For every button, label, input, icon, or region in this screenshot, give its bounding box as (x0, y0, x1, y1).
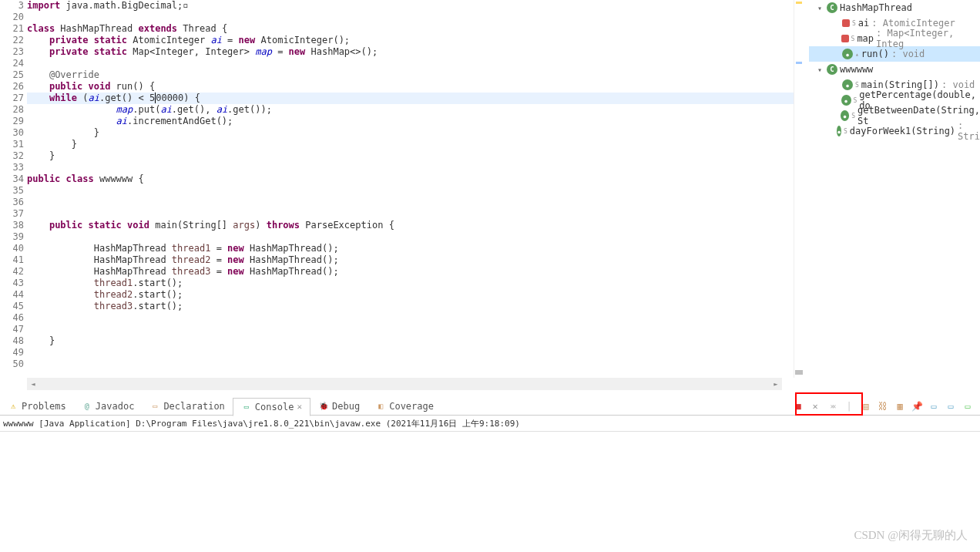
line-number: 40 (0, 243, 24, 254)
code-line[interactable] (27, 162, 794, 173)
new-button[interactable]: ▭ (962, 400, 974, 412)
pin-button[interactable]: 📌 (911, 400, 923, 412)
code-line[interactable]: @Override (27, 69, 794, 81)
code-line[interactable]: public void run() { (27, 81, 794, 93)
line-number: 44 (0, 289, 24, 301)
console-toolbar: ■✕✕✕|▤⛓▦📌▭▭▭ (792, 397, 974, 416)
code-line[interactable] (27, 324, 794, 335)
modifier-badge: S (854, 97, 858, 104)
modifier-badge: S (851, 113, 855, 119)
open-button[interactable]: ▭ (945, 400, 957, 412)
code-line[interactable]: } (27, 150, 794, 162)
display-button[interactable]: ▭ (928, 400, 940, 412)
tab-icon: ▭ (241, 402, 252, 412)
code-line[interactable] (27, 231, 794, 243)
code-line[interactable]: private static AtomicInteger ai = new At… (27, 35, 794, 46)
line-number: 43 (0, 278, 24, 289)
line-number: 20 (0, 12, 24, 23)
method-public-icon: ● (842, 79, 853, 90)
outline-label: run() (861, 49, 889, 59)
line-number: 26 (0, 81, 24, 93)
code-line[interactable]: HashMapThread thread1 = new HashMapThrea… (27, 243, 794, 254)
code-line[interactable]: class HashMapThread extends Thread { (27, 23, 794, 35)
code-line[interactable]: import java.math.BigDecimal;▫ (27, 0, 794, 12)
code-line[interactable] (27, 197, 794, 208)
tab-declaration[interactable]: ▭Declaration (142, 397, 232, 416)
line-number: 27 (0, 93, 24, 104)
remove-launch-button[interactable]: ✕ (809, 400, 821, 412)
field-private-icon (841, 35, 848, 42)
scroll-lock-button[interactable]: ⛓ (877, 400, 889, 412)
word-wrap-button[interactable]: ▦ (894, 400, 906, 412)
code-line[interactable] (27, 358, 794, 370)
tab-label: Declaration (163, 401, 224, 412)
outline-label: ai (858, 18, 869, 29)
outline-label: main(String[]) (861, 79, 939, 90)
tab-label: Coverage (389, 401, 434, 412)
outline-panel[interactable]: ▾CHashMapThreadSai : AtomicIntegerSmap :… (809, 0, 980, 392)
tab-label: Console (255, 402, 294, 412)
class-icon: C (827, 64, 837, 75)
method-public-icon: ● (837, 126, 841, 136)
line-number: 42 (0, 266, 24, 278)
code-line[interactable]: while (ai.get() < 500000) { (27, 93, 794, 104)
code-line[interactable]: private static Map<Integer, Integer> map… (27, 46, 794, 58)
code-line[interactable]: } (27, 139, 794, 150)
overview-ruler[interactable] (794, 0, 803, 378)
code-line[interactable]: thread1.start(); (27, 278, 794, 289)
tab-console[interactable]: ▭Console✕ (233, 398, 310, 416)
code-line[interactable]: thread3.start(); (27, 301, 794, 312)
terminate-button[interactable]: ■ (792, 400, 804, 412)
code-line[interactable] (27, 12, 794, 23)
outline-item[interactable]: ●SgetBetweenDate(String, St (809, 108, 980, 123)
code-line[interactable] (27, 208, 794, 220)
console-output[interactable] (0, 432, 980, 552)
code-line[interactable] (27, 58, 794, 69)
tab-icon: @ (82, 401, 92, 412)
code-line[interactable]: } (27, 335, 794, 347)
line-number: 38 (0, 220, 24, 231)
code-line[interactable] (27, 185, 794, 197)
clear-button[interactable]: ▤ (860, 400, 872, 412)
line-number: 31 (0, 139, 24, 150)
code-line[interactable]: } (27, 127, 794, 139)
outline-label: wwwwww (840, 64, 873, 75)
code-line[interactable]: ai.incrementAndGet(); (27, 116, 794, 127)
code-line[interactable]: thread2.start(); (27, 289, 794, 301)
scroll-right-icon[interactable]: ► (770, 378, 782, 390)
code-line[interactable]: public static void main(String[] args) t… (27, 220, 794, 231)
outline-type: : AtomicInteger (871, 18, 955, 29)
expander-icon[interactable]: ▾ (815, 66, 824, 74)
line-number: 33 (0, 162, 24, 173)
tab-coverage[interactable]: ◧Coverage (368, 397, 441, 416)
method-public-icon: ● (842, 49, 853, 59)
expander-icon[interactable]: ▾ (815, 4, 824, 12)
outline-item[interactable]: Smap : Map<Integer, Integ (809, 31, 980, 46)
line-number: 47 (0, 324, 24, 335)
tab-label: Javadoc (96, 401, 135, 412)
code-body[interactable]: import java.math.BigDecimal;▫class HashM… (27, 0, 794, 392)
remove-all-button[interactable]: ✕✕ (826, 400, 838, 412)
line-number: 22 (0, 35, 24, 46)
scroll-left-icon[interactable]: ◄ (27, 378, 39, 390)
outline-item[interactable]: ●SdayForWeek1(String) : Stri (809, 123, 980, 139)
horizontal-scrollbar[interactable]: ◄ ► (27, 378, 782, 390)
code-line[interactable] (27, 312, 794, 324)
line-number: 32 (0, 150, 24, 162)
outline-label: HashMapThread (840, 2, 912, 13)
tab-debug[interactable]: 🐞Debug (310, 397, 368, 416)
outline-item[interactable]: ▾CHashMapThread (809, 0, 980, 15)
close-icon[interactable]: ✕ (297, 402, 302, 412)
code-line[interactable]: HashMapThread thread3 = new HashMapThrea… (27, 266, 794, 278)
outline-item[interactable]: ▾Cwwwwww (809, 62, 980, 77)
tab-problems[interactable]: ⚠Problems (0, 397, 74, 416)
modifier-badge: S (852, 20, 856, 27)
code-line[interactable]: map.put(ai.get(), ai.get()); (27, 104, 794, 116)
line-number: 50 (0, 358, 24, 370)
line-number: 48 (0, 335, 24, 347)
code-line[interactable] (27, 347, 794, 358)
code-line[interactable]: public class wwwwww { (27, 173, 794, 185)
code-line[interactable]: HashMapThread thread2 = new HashMapThrea… (27, 254, 794, 266)
code-editor[interactable]: 3202122232425262728293031323334353637383… (0, 0, 794, 392)
tab-javadoc[interactable]: @Javadoc (74, 397, 143, 416)
